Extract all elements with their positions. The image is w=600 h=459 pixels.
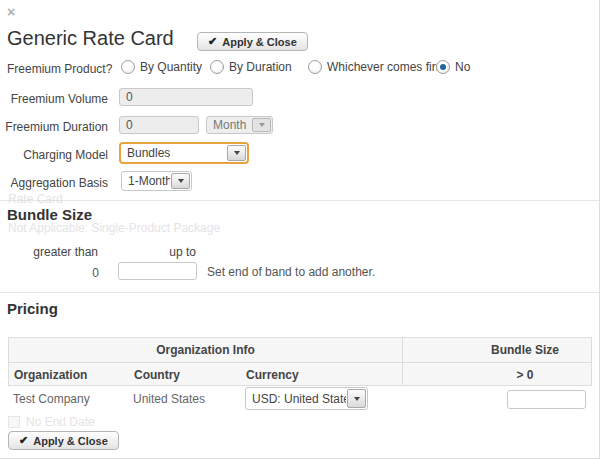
radio-icon[interactable] <box>210 60 224 74</box>
currency-column-header: Currency <box>246 368 299 382</box>
apply-close-label: Apply & Close <box>33 435 108 447</box>
charging-model-select[interactable]: Bundles <box>119 142 249 164</box>
radio-label: No <box>455 60 470 74</box>
aggregation-basis-select[interactable]: 1-Month <box>121 171 192 191</box>
apply-close-button-bottom[interactable]: ✔ Apply & Close <box>8 431 119 450</box>
duration-unit-value: Month <box>207 118 251 132</box>
close-icon[interactable]: × <box>7 4 15 20</box>
ghost-note-text: Not Applicable: Single-Product Package <box>8 221 220 235</box>
up-to-column-label: up to <box>119 245 196 259</box>
freemium-product-label: Freemium Product? <box>7 62 112 76</box>
country-column-header: Country <box>134 368 180 382</box>
chevron-down-icon[interactable] <box>347 389 366 408</box>
bundle-size-price-input[interactable] <box>507 390 586 409</box>
pricing-table-header: Organization Info Bundle Size Organizati… <box>8 337 592 386</box>
check-icon: ✔ <box>19 434 28 447</box>
charging-model-value: Bundles <box>121 146 226 160</box>
currency-value: USD: United States <box>246 392 346 406</box>
apply-close-button-top[interactable]: ✔ Apply & Close <box>197 32 308 51</box>
section-divider <box>0 292 600 293</box>
radio-option-by-quantity[interactable]: By Quantity <box>121 60 202 74</box>
chevron-down-icon[interactable] <box>171 173 190 189</box>
bundle-size-group-header: Bundle Size <box>403 343 591 357</box>
freemium-duration-label: Freemium Duration <box>0 120 108 134</box>
organization-column-header: Organization <box>14 368 87 382</box>
radio-label: By Quantity <box>140 60 202 74</box>
organization-cell: Test Company <box>13 392 90 406</box>
page-title: Generic Rate Card <box>7 27 174 49</box>
freemium-duration-input <box>119 116 199 134</box>
ghost-rate-card-text: Rate Card <box>8 192 63 206</box>
radio-icon[interactable] <box>121 60 135 74</box>
duration-unit-select: Month <box>206 116 273 134</box>
radio-option-by-duration[interactable]: By Duration <box>210 60 292 74</box>
up-to-input[interactable] <box>118 262 197 280</box>
chevron-down-icon <box>252 118 271 132</box>
generic-rate-card-dialog: × Generic Rate Card ✔ Apply & Close Free… <box>0 0 600 459</box>
radio-label: By Duration <box>229 60 292 74</box>
ghost-no-end-date-label: No End Date <box>26 415 95 429</box>
greater-than-column-label: greater than <box>0 245 98 259</box>
ghost-no-end-date: No End Date <box>8 415 95 429</box>
radio-icon[interactable] <box>308 60 322 74</box>
organization-info-group-header: Organization Info <box>9 343 402 357</box>
apply-close-label: Apply & Close <box>222 36 297 48</box>
country-cell: United States <box>133 392 205 406</box>
radio-option-no[interactable]: No <box>436 60 470 74</box>
freemium-volume-label: Freemium Volume <box>0 92 108 106</box>
radio-icon[interactable] <box>436 60 450 74</box>
band-hint-text: Set end of band to add another. <box>207 265 375 279</box>
greater-than-value: 0 <box>0 266 99 280</box>
aggregation-basis-value: 1-Month <box>122 174 170 188</box>
ghost-checkbox-icon <box>8 416 20 428</box>
section-divider <box>0 200 600 201</box>
pricing-heading: Pricing <box>7 300 58 317</box>
radio-option-whichever[interactable]: Whichever comes first <box>308 60 445 74</box>
radio-label: Whichever comes first <box>327 60 445 74</box>
check-icon: ✔ <box>208 35 217 48</box>
chevron-down-icon[interactable] <box>227 145 246 161</box>
aggregation-basis-label: Aggregation Basis <box>0 176 108 190</box>
freemium-volume-input <box>119 88 253 106</box>
charging-model-label: Charging Model <box>0 148 108 162</box>
bundle-band-column-header: > 0 <box>403 368 591 382</box>
currency-select[interactable]: USD: United States <box>245 387 368 410</box>
